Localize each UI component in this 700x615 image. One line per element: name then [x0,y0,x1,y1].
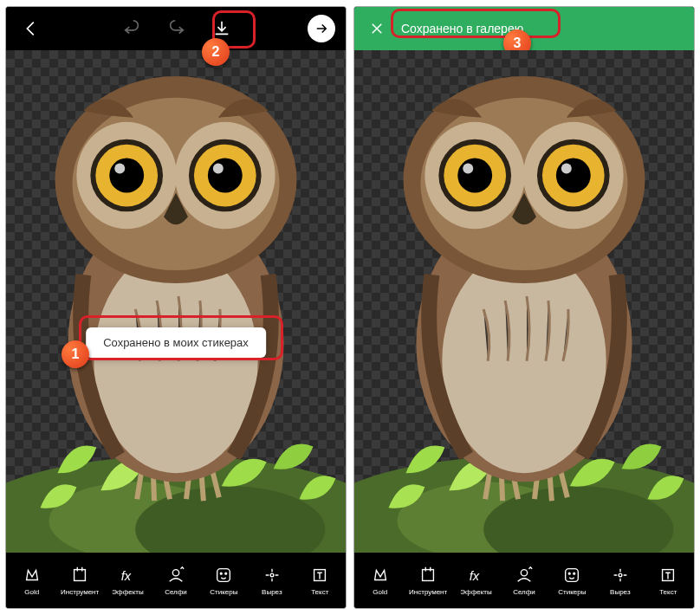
tool-text[interactable]: Текст [645,566,692,596]
tool-label: Инструмент [409,588,447,596]
svg-text:fx: fx [469,568,479,582]
phone-left: Сохранено в моих стикерах 1 2 Gold Инстр… [5,6,347,609]
close-banner-button[interactable] [366,18,387,39]
tool-label: Вырез [610,588,630,596]
svg-point-48 [619,573,622,577]
callout-box-3 [391,9,561,38]
svg-rect-20 [217,568,230,581]
callout-box-1 [79,315,283,360]
tool-effects[interactable]: fx Эффекты [452,566,500,596]
svg-point-36 [457,159,492,193]
callout-badge-1: 1 [62,340,89,368]
tool-label: Вырез [262,588,282,596]
bottom-toolbar: Gold Инструмент fx Эффекты Селфи Стикеры… [354,553,694,608]
tool-label: Селфи [513,588,535,596]
tool-cutout[interactable]: Вырез [248,566,295,596]
svg-point-37 [463,164,473,174]
svg-point-12 [114,164,125,174]
owl-image [354,50,694,553]
tool-label: Стикеры [210,588,237,596]
svg-point-22 [225,573,227,574]
undo-button[interactable] [117,14,146,43]
tool-label: Инструмент [61,588,99,596]
tool-stickers[interactable]: Стикеры [548,566,596,596]
editor-canvas[interactable]: Сохранено в моих стикерах 1 [6,50,346,553]
tool-label: Эффекты [112,588,143,596]
svg-rect-17 [75,569,86,580]
tool-effects[interactable]: fx Эффекты [104,566,152,596]
tool-gold[interactable]: Gold [8,566,55,596]
redo-button[interactable] [162,14,191,43]
tool-cutout[interactable]: Вырез [596,566,644,596]
svg-point-15 [208,159,243,193]
svg-point-44 [521,569,527,575]
svg-point-21 [221,573,223,574]
tool-label: Стикеры [558,588,586,596]
svg-point-11 [109,159,144,193]
svg-point-19 [172,569,178,575]
tool-selfie[interactable]: Селфи [152,566,199,596]
svg-text:fx: fx [120,568,131,582]
svg-rect-42 [423,569,434,580]
topbar [6,7,346,50]
tool-label: Gold [373,588,387,596]
tool-label: Селфи [165,588,187,596]
svg-point-40 [556,159,591,193]
tool-label: Gold [24,588,39,596]
tool-stickers[interactable]: Стикеры [200,566,248,596]
tool-label: Текст [311,588,328,596]
tool-instrument[interactable]: Инструмент [404,566,451,596]
phone-right: Сохранено в галерею 3 [353,6,695,609]
next-button[interactable] [308,15,335,42]
owl-image [6,50,346,553]
callout-badge-2: 2 [202,38,230,66]
tool-label: Эффекты [460,588,491,596]
tool-selfie[interactable]: Селфи [500,566,548,596]
svg-rect-45 [566,568,579,581]
svg-point-16 [213,164,224,174]
svg-point-46 [569,573,571,574]
tool-text[interactable]: Текст [296,566,344,596]
svg-point-23 [270,573,274,577]
svg-point-47 [574,573,575,574]
tool-label: Текст [659,588,677,596]
editor-canvas[interactable] [354,50,694,553]
bottom-toolbar: Gold Инструмент fx Эффекты Селфи Стикеры… [6,553,346,608]
tool-gold[interactable]: Gold [356,566,404,596]
svg-point-41 [561,164,572,174]
back-button[interactable] [16,14,46,43]
tool-instrument[interactable]: Инструмент [55,566,103,596]
